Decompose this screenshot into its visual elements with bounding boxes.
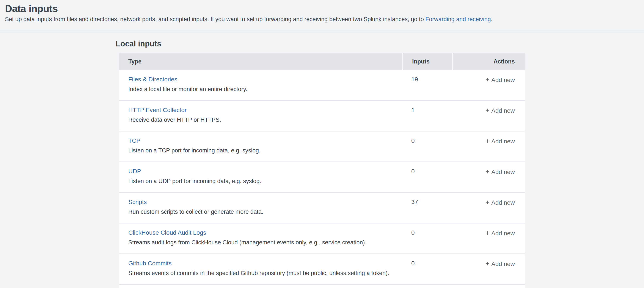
type-cell: Files & Directories Index a local file o… [119,70,402,100]
inputs-count: 37 [402,193,452,223]
add-new-link[interactable]: +Add new [486,230,515,237]
plus-icon: + [486,107,489,114]
actions-cell: +Add new [452,193,525,223]
column-header-type: Type [119,53,402,70]
inputs-count: 0 [402,223,452,253]
subtitle-text: Set up data inputs from files and direct… [5,16,426,23]
page-subtitle: Set up data inputs from files and direct… [5,16,644,23]
add-new-label: Add new [491,199,515,206]
type-cell: HTTP Event Collector Receive data over H… [119,101,402,131]
type-cell: TCP Listen on a TCP port for incoming da… [119,131,402,161]
inputs-count: 0 [402,162,452,192]
table-row: HTTP Event Collector Receive data over H… [119,101,525,131]
content-area: Local inputs Type Inputs Actions Files &… [0,40,644,288]
plus-icon: + [486,76,489,84]
subtitle-period: . [491,16,492,23]
actions-cell: +Add new [452,101,525,131]
add-new-label: Add new [491,230,515,237]
input-type-link[interactable]: Scripts [128,199,147,205]
input-type-description: Listen on a TCP port for incoming data, … [128,147,402,154]
input-type-link[interactable]: UDP [128,168,141,175]
local-inputs-table: Type Inputs Actions Files & Directories … [119,53,525,288]
table-body: Files & Directories Index a local file o… [119,70,525,285]
actions-cell: +Add new [452,70,525,100]
input-type-link[interactable]: Github Commits [128,260,172,267]
section-heading-local-inputs: Local inputs [116,40,644,48]
actions-cell: +Add new [452,254,525,284]
add-new-link[interactable]: +Add new [486,138,515,145]
add-new-label: Add new [491,77,515,83]
plus-icon: + [486,229,489,237]
inputs-count: 0 [402,131,452,161]
input-type-description: Index a local file or monitor an entire … [128,86,402,93]
type-cell: ClickHouse Cloud Audit Logs Streams audi… [119,223,402,253]
plus-icon: + [486,168,489,175]
table-row: Scripts Run custom scripts to collect or… [119,193,525,223]
table-row: Files & Directories Index a local file o… [119,70,525,101]
add-new-link[interactable]: +Add new [486,260,515,267]
inputs-count: 19 [402,70,452,100]
page-header: Data inputs Set up data inputs from file… [0,0,644,31]
table-row: UDP Listen on a UDP port for incoming da… [119,162,525,193]
input-type-link[interactable]: ClickHouse Cloud Audit Logs [128,229,206,236]
add-new-label: Add new [491,107,515,114]
add-new-link[interactable]: +Add new [486,77,515,83]
input-type-link[interactable]: HTTP Event Collector [128,107,186,114]
plus-icon: + [486,137,489,145]
add-new-label: Add new [491,138,515,145]
table-row: TCP Listen on a TCP port for incoming da… [119,131,525,162]
inputs-count: 0 [402,254,452,284]
plus-icon: + [486,199,489,206]
type-cell: Github Commits Streams events of commits… [119,254,402,284]
type-cell: UDP Listen on a UDP port for incoming da… [119,162,402,192]
add-new-link[interactable]: +Add new [486,169,515,175]
input-type-description: Streams events of commits in the specifi… [128,270,402,276]
input-type-link[interactable]: Files & Directories [128,76,177,83]
type-cell: Scripts Run custom scripts to collect or… [119,193,402,223]
plus-icon: + [486,260,489,267]
table-row: ClickHouse Cloud Audit Logs Streams audi… [119,223,525,254]
add-new-link[interactable]: +Add new [486,199,515,206]
column-header-actions: Actions [452,53,525,70]
actions-cell: +Add new [452,162,525,192]
input-type-description: Listen on a UDP port for incoming data, … [128,178,402,185]
add-new-link[interactable]: +Add new [486,107,515,114]
add-new-label: Add new [491,169,515,175]
column-header-inputs: Inputs [402,53,452,70]
actions-cell: +Add new [452,131,525,161]
page-title: Data inputs [5,3,644,15]
input-type-description: Streams audit logs from ClickHouse Cloud… [128,239,402,246]
partial-next-row [119,285,525,288]
actions-cell: +Add new [452,223,525,253]
table-row: Github Commits Streams events of commits… [119,254,525,285]
add-new-label: Add new [491,260,515,267]
table-header-row: Type Inputs Actions [119,53,525,70]
input-type-description: Run custom scripts to collect or generat… [128,208,402,215]
inputs-count: 1 [402,101,452,131]
input-type-link[interactable]: TCP [128,137,140,144]
input-type-description: Receive data over HTTP or HTTPS. [128,116,402,123]
forwarding-and-receiving-link[interactable]: Forwarding and receiving [426,16,491,23]
